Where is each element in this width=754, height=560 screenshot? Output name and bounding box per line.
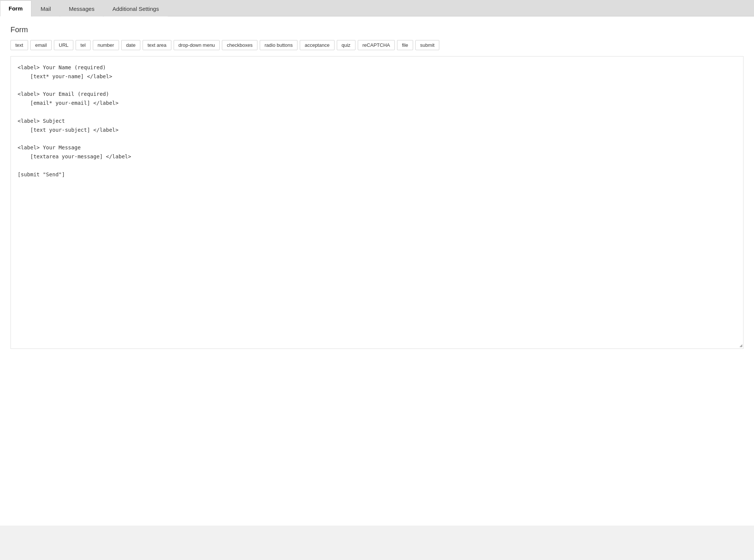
field-btn-drop-down-menu[interactable]: drop-down menu — [174, 40, 220, 50]
tab-mail[interactable]: Mail — [32, 1, 60, 16]
field-btn-submit[interactable]: submit — [415, 40, 439, 50]
field-btn-acceptance[interactable]: acceptance — [300, 40, 335, 50]
field-btn-recaptcha[interactable]: reCAPTCHA — [358, 40, 395, 50]
tab-messages[interactable]: Messages — [60, 1, 103, 16]
tab-form[interactable]: Form — [0, 0, 31, 16]
field-btn-radio-buttons[interactable]: radio buttons — [260, 40, 297, 50]
resize-handle[interactable]: ◢ — [738, 343, 742, 348]
tab-mail-label: Mail — [41, 6, 51, 12]
content-area: Form text email URL tel number date text… — [0, 16, 754, 526]
field-btn-file[interactable]: file — [397, 40, 413, 50]
field-btn-number[interactable]: number — [93, 40, 119, 50]
field-buttons-row: text email URL tel number date text area… — [10, 40, 744, 50]
field-btn-email[interactable]: email — [30, 40, 52, 50]
page-wrapper: Form Mail Messages Additional Settings F… — [0, 0, 754, 560]
field-btn-quiz[interactable]: quiz — [337, 40, 355, 50]
form-editor-wrapper: <label> Your Name (required) [text* your… — [10, 56, 744, 349]
tab-additional-settings[interactable]: Additional Settings — [104, 1, 167, 16]
field-btn-checkboxes[interactable]: checkboxes — [222, 40, 257, 50]
tabs-bar: Form Mail Messages Additional Settings — [0, 0, 754, 16]
tab-messages-label: Messages — [69, 6, 94, 12]
field-btn-url[interactable]: URL — [54, 40, 73, 50]
field-btn-tel[interactable]: tel — [76, 40, 91, 50]
field-btn-date[interactable]: date — [121, 40, 140, 50]
tab-additional-settings-label: Additional Settings — [112, 6, 159, 12]
section-title: Form — [10, 25, 744, 34]
field-btn-text-area[interactable]: text area — [143, 40, 171, 50]
tab-form-label: Form — [9, 5, 23, 12]
form-editor[interactable]: <label> Your Name (required) [text* your… — [11, 57, 743, 349]
field-btn-text[interactable]: text — [10, 40, 28, 50]
